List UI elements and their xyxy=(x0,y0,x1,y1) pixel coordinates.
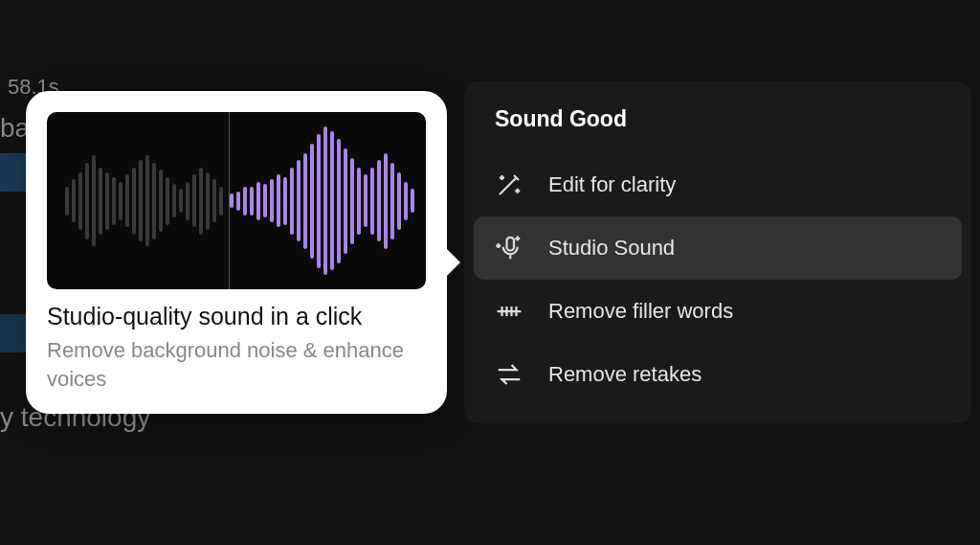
mic-enhance-icon xyxy=(495,234,523,262)
tooltip-description: Remove background noise & enhance voices xyxy=(47,336,426,393)
waveform-preview xyxy=(47,112,426,289)
menu-item-edit-for-clarity[interactable]: Edit for clarity xyxy=(474,153,962,216)
menu-item-remove-filler-words[interactable]: Remove filler words xyxy=(474,280,962,343)
background-highlight xyxy=(0,153,29,192)
menu-item-remove-retakes[interactable]: Remove retakes xyxy=(474,343,962,406)
tooltip-title: Studio-quality sound in a click xyxy=(47,303,426,330)
waveform-before xyxy=(58,112,229,289)
menu-header: Sound Good xyxy=(474,106,962,132)
menu-item-studio-sound[interactable]: Studio Sound xyxy=(474,216,962,280)
wand-icon xyxy=(495,170,523,199)
strikethrough-icon xyxy=(495,297,523,326)
sound-good-menu: Sound Good Edit for clarity Studio Sound… xyxy=(464,81,971,423)
svg-rect-0 xyxy=(507,238,515,251)
menu-item-label: Studio Sound xyxy=(548,236,675,261)
menu-item-label: Remove retakes xyxy=(548,362,702,387)
waveform-after xyxy=(230,112,414,289)
feature-tooltip-card: Studio-quality sound in a click Remove b… xyxy=(26,91,447,414)
menu-item-label: Remove filler words xyxy=(548,299,733,324)
cycle-icon xyxy=(495,360,523,389)
menu-item-label: Edit for clarity xyxy=(548,172,676,197)
